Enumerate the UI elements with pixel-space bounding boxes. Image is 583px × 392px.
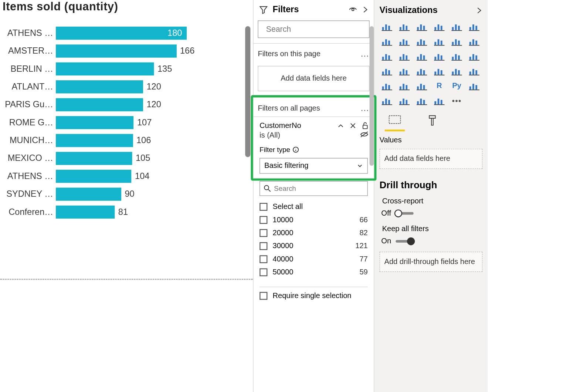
more-icon[interactable]: … — [360, 103, 370, 113]
more-icon[interactable]: … — [360, 49, 370, 59]
viz-filled-map-icon[interactable] — [397, 65, 412, 77]
viz-stacked-bar-icon[interactable] — [380, 20, 394, 33]
page-filters-dropzone[interactable]: Add data fields here — [258, 66, 369, 91]
viz-stacked-area-icon[interactable] — [414, 36, 429, 48]
viz-waterfall-icon[interactable] — [380, 50, 394, 62]
filter-values-search[interactable] — [260, 181, 368, 196]
bar-fill[interactable] — [56, 134, 133, 147]
bar-fill[interactable] — [56, 116, 133, 129]
viz-map-icon[interactable] — [380, 65, 394, 77]
viz-pie-icon[interactable] — [432, 50, 447, 62]
viz-r-icon[interactable]: R — [432, 80, 447, 92]
filter-value-checkbox[interactable] — [260, 268, 267, 276]
viz-scatter-icon[interactable] — [414, 50, 429, 62]
bar-fill[interactable] — [56, 152, 132, 165]
bar-fill[interactable] — [56, 187, 121, 200]
viz-area-icon[interactable] — [397, 36, 412, 48]
filter-value-label[interactable]: 50000 — [272, 268, 354, 277]
bar-fill[interactable] — [56, 169, 132, 182]
svg-rect-78 — [385, 84, 387, 89]
filter-value-checkbox[interactable] — [260, 203, 267, 211]
info-icon[interactable] — [293, 146, 299, 153]
bar-fill[interactable] — [56, 205, 115, 218]
filters-search-input[interactable] — [266, 25, 367, 34]
lock-icon[interactable] — [362, 122, 369, 129]
keep-filters-label: Keep all filters — [374, 222, 488, 234]
filter-value-label[interactable]: 20000 — [272, 229, 354, 237]
filter-type-select[interactable]: Basic filtering — [260, 158, 368, 173]
collapse-pane-icon[interactable] — [362, 5, 369, 14]
clear-filter-icon[interactable] — [349, 122, 356, 129]
viz-multi-row-card-icon[interactable] — [449, 65, 464, 77]
drill-through-dropzone[interactable]: Add drill-through fields here — [380, 252, 482, 272]
bar-fill[interactable] — [56, 26, 187, 39]
svg-rect-72 — [455, 69, 457, 74]
filter-value-label[interactable]: 40000 — [272, 255, 354, 264]
collapse-pane-icon[interactable] — [475, 6, 482, 15]
require-single-checkbox[interactable] — [260, 292, 267, 300]
viz-line-icon[interactable] — [380, 36, 394, 48]
filters-scrollbar[interactable] — [369, 26, 374, 166]
viz-arcgis-icon[interactable] — [432, 95, 447, 107]
keep-filters-toggle[interactable] — [396, 240, 414, 243]
filters-search[interactable] — [258, 20, 369, 38]
viz-100-stacked-column-icon[interactable] — [467, 20, 482, 33]
bar-value: 106 — [136, 135, 151, 145]
viz-donut-icon[interactable] — [449, 50, 464, 62]
viz-100-stacked-bar-icon[interactable] — [449, 20, 464, 33]
filter-value-label[interactable]: 30000 — [272, 242, 350, 251]
hide-filter-icon[interactable] — [360, 131, 369, 138]
bar-fill[interactable] — [56, 62, 154, 75]
viz-treemap-icon[interactable] — [467, 50, 482, 62]
svg-rect-97 — [423, 100, 425, 104]
viz-ribbon-icon[interactable] — [467, 36, 482, 48]
viz-gauge-icon[interactable] — [414, 65, 429, 77]
chevron-up-icon[interactable] — [337, 122, 344, 129]
svg-rect-79 — [388, 85, 390, 89]
svg-rect-98 — [434, 101, 436, 104]
viz-slicer-icon[interactable] — [380, 80, 394, 92]
filter-value-label[interactable]: Select all — [272, 203, 362, 212]
filter-card-customerno[interactable]: CustomerNo is (All) Filter type — [254, 116, 374, 179]
bar-value: 105 — [136, 153, 150, 163]
bar-fill[interactable] — [56, 80, 143, 93]
chart-divider — [0, 279, 253, 280]
filter-value-checkbox[interactable] — [260, 255, 267, 263]
viz-line-clustered-column-icon[interactable] — [432, 36, 447, 48]
viz-table-icon[interactable] — [397, 80, 412, 92]
viz-line-stacked-column-icon[interactable] — [449, 36, 464, 48]
svg-rect-50 — [434, 57, 436, 60]
format-tab[interactable] — [422, 114, 442, 131]
chart-scrollbar[interactable] — [245, 26, 250, 157]
viz-key-influencers-icon[interactable] — [467, 80, 482, 92]
fields-tab[interactable] — [385, 114, 405, 131]
svg-rect-96 — [420, 99, 422, 104]
filter-values-search-input[interactable] — [274, 185, 364, 192]
viz-stacked-column-icon[interactable] — [397, 20, 412, 33]
bar-category: ROME G… — [0, 117, 56, 127]
bar-fill[interactable] — [56, 44, 176, 57]
svg-rect-27 — [403, 39, 404, 45]
filter-value-label[interactable]: 10000 — [272, 216, 354, 224]
filter-value-checkbox[interactable] — [260, 242, 267, 250]
viz-clustered-column-icon[interactable] — [432, 20, 447, 33]
viz-qna-icon[interactable] — [397, 95, 412, 107]
viz-more-icon[interactable]: ••• — [449, 95, 464, 107]
viz-paginated-icon[interactable] — [414, 95, 429, 107]
cross-report-toggle[interactable] — [396, 212, 414, 214]
filter-value-checkbox[interactable] — [260, 216, 267, 224]
svg-rect-6 — [385, 24, 387, 30]
show-hidden-icon[interactable] — [349, 5, 357, 14]
filter-value-checkbox[interactable] — [260, 229, 267, 237]
viz-funnel-icon[interactable] — [397, 50, 412, 62]
viz-decomposition-tree-icon[interactable] — [380, 95, 394, 107]
viz-card-icon[interactable] — [432, 65, 447, 77]
viz-matrix-icon[interactable] — [414, 80, 429, 92]
svg-rect-31 — [423, 41, 425, 45]
bar-fill[interactable] — [56, 98, 143, 111]
chart-visual[interactable]: Items sold (quantity) ATHENS … 180 AMSTE… — [0, 0, 253, 323]
values-dropzone[interactable]: Add data fields here — [380, 149, 482, 169]
viz-clustered-bar-icon[interactable] — [414, 20, 429, 33]
viz-py-icon[interactable]: Py — [449, 80, 464, 92]
viz-kpi-icon[interactable] — [467, 65, 482, 77]
